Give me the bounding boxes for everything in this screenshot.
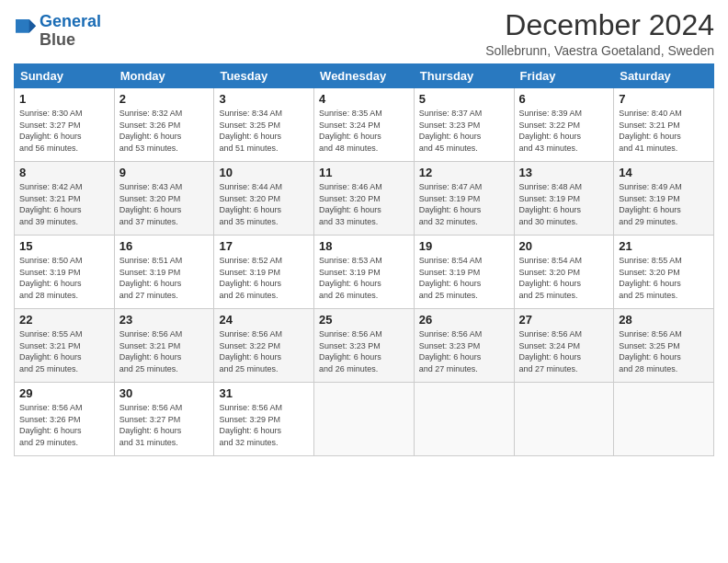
calendar-table: Sunday Monday Tuesday Wednesday Thursday…: [14, 63, 714, 456]
calendar-cell: 27Sunrise: 8:56 AM Sunset: 3:24 PM Dayli…: [514, 309, 614, 383]
day-info: Sunrise: 8:37 AM Sunset: 3:23 PM Dayligh…: [419, 108, 509, 154]
location-subtitle: Sollebrunn, Vaestra Goetaland, Sweden: [485, 43, 714, 58]
day-info: Sunrise: 8:55 AM Sunset: 3:20 PM Dayligh…: [619, 255, 709, 301]
page-header: General Blue December 2024 Sollebrunn, V…: [14, 9, 714, 58]
calendar-header-row: Sunday Monday Tuesday Wednesday Thursday…: [15, 64, 714, 88]
day-number: 9: [119, 166, 210, 179]
day-info: Sunrise: 8:40 AM Sunset: 3:21 PM Dayligh…: [619, 108, 709, 154]
svg-marker-1: [29, 19, 36, 33]
day-number: 15: [19, 239, 109, 253]
col-tuesday: Tuesday: [214, 64, 314, 88]
calendar-week-row: 22Sunrise: 8:55 AM Sunset: 3:21 PM Dayli…: [15, 309, 714, 383]
col-friday: Friday: [514, 64, 614, 88]
calendar-week-row: 1Sunrise: 8:30 AM Sunset: 3:27 PM Daylig…: [15, 88, 714, 162]
day-info: Sunrise: 8:56 AM Sunset: 3:24 PM Dayligh…: [519, 328, 609, 374]
logo-text: General Blue: [40, 13, 101, 50]
day-number: 11: [319, 166, 409, 179]
day-number: 2: [119, 92, 210, 106]
calendar-cell: 21Sunrise: 8:55 AM Sunset: 3:20 PM Dayli…: [614, 236, 714, 309]
day-number: 13: [519, 166, 609, 179]
calendar-cell: 22Sunrise: 8:55 AM Sunset: 3:21 PM Dayli…: [15, 309, 115, 383]
day-info: Sunrise: 8:56 AM Sunset: 3:26 PM Dayligh…: [19, 402, 109, 448]
calendar-cell: 12Sunrise: 8:47 AM Sunset: 3:19 PM Dayli…: [414, 162, 514, 236]
calendar-cell: 31Sunrise: 8:56 AM Sunset: 3:29 PM Dayli…: [214, 383, 314, 456]
day-number: 18: [319, 239, 409, 253]
day-info: Sunrise: 8:56 AM Sunset: 3:25 PM Dayligh…: [619, 328, 709, 374]
day-info: Sunrise: 8:56 AM Sunset: 3:23 PM Dayligh…: [419, 328, 509, 374]
calendar-cell: 14Sunrise: 8:49 AM Sunset: 3:19 PM Dayli…: [614, 162, 714, 236]
calendar-cell: 20Sunrise: 8:54 AM Sunset: 3:20 PM Dayli…: [514, 236, 614, 309]
calendar-cell: [414, 383, 514, 456]
month-title: December 2024: [485, 9, 714, 41]
calendar-cell: 8Sunrise: 8:42 AM Sunset: 3:21 PM Daylig…: [15, 162, 115, 236]
day-number: 14: [619, 166, 709, 179]
day-info: Sunrise: 8:56 AM Sunset: 3:29 PM Dayligh…: [219, 402, 309, 448]
day-number: 12: [419, 166, 509, 179]
calendar-cell: 13Sunrise: 8:48 AM Sunset: 3:19 PM Dayli…: [514, 162, 614, 236]
day-number: 25: [319, 313, 409, 327]
day-info: Sunrise: 8:32 AM Sunset: 3:26 PM Dayligh…: [119, 108, 210, 154]
calendar-cell: 16Sunrise: 8:51 AM Sunset: 3:19 PM Dayli…: [114, 236, 214, 309]
calendar-cell: [614, 383, 714, 456]
calendar-cell: 1Sunrise: 8:30 AM Sunset: 3:27 PM Daylig…: [15, 88, 115, 162]
calendar-cell: 9Sunrise: 8:43 AM Sunset: 3:20 PM Daylig…: [114, 162, 214, 236]
day-number: 28: [619, 313, 709, 327]
day-info: Sunrise: 8:39 AM Sunset: 3:22 PM Dayligh…: [519, 108, 609, 154]
day-number: 17: [219, 239, 309, 253]
day-number: 19: [419, 239, 509, 253]
calendar-cell: 10Sunrise: 8:44 AM Sunset: 3:20 PM Dayli…: [214, 162, 314, 236]
day-number: 7: [619, 92, 709, 106]
page-container: General Blue December 2024 Sollebrunn, V…: [0, 0, 728, 563]
day-info: Sunrise: 8:50 AM Sunset: 3:19 PM Dayligh…: [19, 255, 109, 301]
col-monday: Monday: [114, 64, 214, 88]
day-info: Sunrise: 8:47 AM Sunset: 3:19 PM Dayligh…: [419, 181, 509, 227]
calendar-cell: 19Sunrise: 8:54 AM Sunset: 3:19 PM Dayli…: [414, 236, 514, 309]
calendar-cell: 29Sunrise: 8:56 AM Sunset: 3:26 PM Dayli…: [15, 383, 115, 456]
calendar-cell: 30Sunrise: 8:56 AM Sunset: 3:27 PM Dayli…: [114, 383, 214, 456]
day-number: 23: [119, 313, 210, 327]
calendar-cell: [314, 383, 415, 456]
day-info: Sunrise: 8:46 AM Sunset: 3:20 PM Dayligh…: [319, 181, 409, 227]
day-number: 4: [319, 92, 409, 106]
col-wednesday: Wednesday: [314, 64, 415, 88]
day-info: Sunrise: 8:53 AM Sunset: 3:19 PM Dayligh…: [319, 255, 409, 301]
calendar-cell: 6Sunrise: 8:39 AM Sunset: 3:22 PM Daylig…: [514, 88, 614, 162]
day-number: 27: [519, 313, 609, 327]
day-info: Sunrise: 8:44 AM Sunset: 3:20 PM Dayligh…: [219, 181, 309, 227]
logo: General Blue: [14, 13, 101, 50]
day-number: 31: [219, 386, 309, 400]
calendar-cell: [514, 383, 614, 456]
day-info: Sunrise: 8:56 AM Sunset: 3:22 PM Dayligh…: [219, 328, 309, 374]
day-number: 5: [419, 92, 509, 106]
day-info: Sunrise: 8:56 AM Sunset: 3:21 PM Dayligh…: [119, 328, 210, 374]
calendar-cell: 5Sunrise: 8:37 AM Sunset: 3:23 PM Daylig…: [414, 88, 514, 162]
calendar-week-row: 29Sunrise: 8:56 AM Sunset: 3:26 PM Dayli…: [15, 383, 714, 456]
day-info: Sunrise: 8:34 AM Sunset: 3:25 PM Dayligh…: [219, 108, 309, 154]
calendar-cell: 23Sunrise: 8:56 AM Sunset: 3:21 PM Dayli…: [114, 309, 214, 383]
day-info: Sunrise: 8:55 AM Sunset: 3:21 PM Dayligh…: [19, 328, 109, 374]
day-info: Sunrise: 8:49 AM Sunset: 3:19 PM Dayligh…: [619, 181, 709, 227]
calendar-cell: 15Sunrise: 8:50 AM Sunset: 3:19 PM Dayli…: [15, 236, 115, 309]
day-info: Sunrise: 8:52 AM Sunset: 3:19 PM Dayligh…: [219, 255, 309, 301]
day-number: 26: [419, 313, 509, 327]
day-number: 29: [19, 386, 109, 400]
day-number: 10: [219, 166, 309, 179]
calendar-cell: 26Sunrise: 8:56 AM Sunset: 3:23 PM Dayli…: [414, 309, 514, 383]
calendar-cell: 28Sunrise: 8:56 AM Sunset: 3:25 PM Dayli…: [614, 309, 714, 383]
day-number: 6: [519, 92, 609, 106]
calendar-cell: 18Sunrise: 8:53 AM Sunset: 3:19 PM Dayli…: [314, 236, 415, 309]
day-number: 21: [619, 239, 709, 253]
day-number: 24: [219, 313, 309, 327]
title-section: December 2024 Sollebrunn, Vaestra Goetal…: [485, 9, 714, 58]
day-info: Sunrise: 8:56 AM Sunset: 3:23 PM Dayligh…: [319, 328, 409, 374]
calendar-cell: 25Sunrise: 8:56 AM Sunset: 3:23 PM Dayli…: [314, 309, 415, 383]
day-info: Sunrise: 8:35 AM Sunset: 3:24 PM Dayligh…: [319, 108, 409, 154]
day-info: Sunrise: 8:42 AM Sunset: 3:21 PM Dayligh…: [19, 181, 109, 227]
day-info: Sunrise: 8:30 AM Sunset: 3:27 PM Dayligh…: [19, 108, 109, 154]
calendar-cell: 4Sunrise: 8:35 AM Sunset: 3:24 PM Daylig…: [314, 88, 415, 162]
calendar-week-row: 15Sunrise: 8:50 AM Sunset: 3:19 PM Dayli…: [15, 236, 714, 309]
day-number: 22: [19, 313, 109, 327]
day-info: Sunrise: 8:56 AM Sunset: 3:27 PM Dayligh…: [119, 402, 210, 448]
calendar-cell: 11Sunrise: 8:46 AM Sunset: 3:20 PM Dayli…: [314, 162, 415, 236]
day-info: Sunrise: 8:48 AM Sunset: 3:19 PM Dayligh…: [519, 181, 609, 227]
